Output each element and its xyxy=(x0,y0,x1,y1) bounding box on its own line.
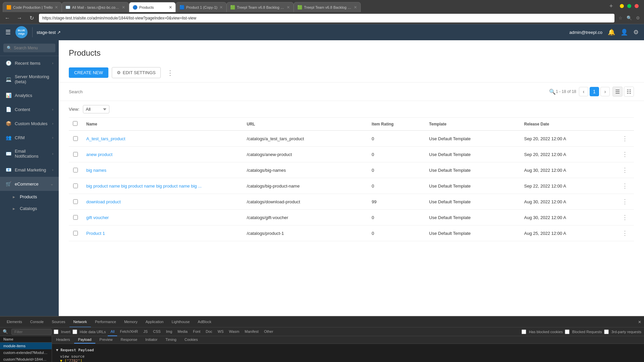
subtab-initiator[interactable]: Initiator xyxy=(141,336,161,344)
row-checkbox-2[interactable] xyxy=(73,168,78,172)
edit-settings-button[interactable]: ⚙ EDIT SETTINGS xyxy=(112,67,161,78)
maximize-button[interactable] xyxy=(627,4,631,8)
type-other[interactable]: Other xyxy=(261,327,276,336)
row-menu-button[interactable]: ⋮ xyxy=(620,166,630,174)
forward-button[interactable]: → xyxy=(15,13,24,23)
settings-icon[interactable]: ⚙ xyxy=(635,15,641,21)
devtools-tab-sources[interactable]: Sources xyxy=(48,317,69,327)
close-button[interactable] xyxy=(635,4,639,8)
tab-close-icon[interactable]: ✕ xyxy=(354,5,357,10)
tab-close-icon[interactable]: ✕ xyxy=(169,5,172,10)
browser-tab-tab3[interactable]: 🔵 Products ✕ xyxy=(129,2,176,12)
devtools-close-icon[interactable]: ✕ xyxy=(638,320,641,324)
devtools-tab-console[interactable]: Console xyxy=(26,317,48,327)
type-img[interactable]: Img xyxy=(163,327,175,336)
devtools-tab-lighthouse[interactable]: Lighthouse xyxy=(167,317,194,327)
hide-data-urls-checkbox[interactable] xyxy=(72,329,77,334)
product-name-link[interactable]: anew product xyxy=(86,152,112,157)
product-name-link[interactable]: big names xyxy=(86,168,106,173)
app-settings-icon[interactable]: ⚙ xyxy=(633,29,639,36)
subtab-response[interactable]: Response xyxy=(116,336,141,344)
more-options-button[interactable]: ⋮ xyxy=(164,67,176,78)
row-menu-button[interactable]: ⋮ xyxy=(620,134,630,143)
subtab-preview[interactable]: Preview xyxy=(95,336,116,344)
sidebar-item-server-monitoring[interactable]: 💻 Server Monitoring (beta) xyxy=(0,70,59,88)
sidebar-item-content[interactable]: 📄 Content › xyxy=(0,102,59,116)
browser-tab-tab1[interactable]: 🟧 Code Production | Trello ✕ xyxy=(3,2,62,12)
minimize-button[interactable] xyxy=(620,4,624,8)
type-all[interactable]: All xyxy=(108,327,117,336)
row-checkbox-3[interactable] xyxy=(73,184,78,188)
hamburger-menu[interactable]: ☰ xyxy=(5,29,11,36)
tab-close-icon[interactable]: ✕ xyxy=(219,5,223,10)
sidebar-item-email-notifications[interactable]: ✉️ Email Notifications › xyxy=(0,145,59,163)
row-menu-button[interactable]: ⋮ xyxy=(620,150,630,159)
sidebar-item-crm[interactable]: 👥 CRM › xyxy=(0,131,59,145)
devtools-tab-memory[interactable]: Memory xyxy=(120,317,142,327)
product-name-link[interactable]: Product 1 xyxy=(86,231,105,236)
devtools-tab-elements[interactable]: Elements xyxy=(3,317,26,327)
has-blocked-cookies-checkbox[interactable] xyxy=(522,329,526,334)
search-input[interactable] xyxy=(69,87,546,96)
row-checkbox-6[interactable] xyxy=(73,231,78,236)
devtools-item-module-items[interactable]: module-items xyxy=(0,343,52,349)
devtools-tab-adblock[interactable]: AdBlock xyxy=(194,317,215,327)
devtools-tab-performance[interactable]: Performance xyxy=(91,317,120,327)
type-wasm[interactable]: Wasm xyxy=(226,327,242,336)
type-css[interactable]: CSS xyxy=(150,327,163,336)
type-js[interactable]: JS xyxy=(141,327,150,336)
devtools-tab-network[interactable]: Network xyxy=(69,317,91,327)
type-fetch-xhr[interactable]: Fetch/XHR xyxy=(117,327,141,336)
payload-view-source-link[interactable]: view source xyxy=(60,354,85,359)
type-manifest[interactable]: Manifest xyxy=(242,327,261,336)
select-all-checkbox[interactable] xyxy=(73,121,78,126)
row-checkbox-4[interactable] xyxy=(73,199,78,204)
search-menu-input[interactable]: 🔍 Search Menu xyxy=(3,44,55,52)
row-checkbox-5[interactable] xyxy=(73,215,78,220)
devtools-tab-application[interactable]: Application xyxy=(142,317,168,327)
page-1-button[interactable]: 1 xyxy=(590,87,599,96)
search-submit-icon[interactable]: 🔍 xyxy=(549,89,556,95)
subtab-payload[interactable]: Payload xyxy=(74,336,96,344)
sidebar-item-recent-items[interactable]: 🕐 Recent Items › xyxy=(0,56,59,70)
type-media[interactable]: Media xyxy=(175,327,190,336)
list-view-button[interactable]: ☰ xyxy=(612,87,623,97)
product-name-link[interactable]: gift voucher xyxy=(86,215,109,220)
browser-tab-tab6[interactable]: 🟩 Treepl Team v6.8 Backlog - Boar... ✕ xyxy=(294,2,361,12)
prev-page-button[interactable]: ‹ xyxy=(579,87,588,96)
user-profile-icon[interactable]: 👤 xyxy=(621,29,628,36)
type-ws[interactable]: WS xyxy=(215,327,227,336)
new-tab-button[interactable]: + xyxy=(606,1,616,11)
row-checkbox-0[interactable] xyxy=(73,136,78,141)
invert-checkbox[interactable] xyxy=(54,329,58,334)
tab-close-icon[interactable]: ✕ xyxy=(287,5,290,10)
view-select[interactable]: All Active Inactive xyxy=(83,105,109,113)
subtab-cookies[interactable]: Cookies xyxy=(181,336,202,344)
browser-tab-tab4[interactable]: 🟦 Product 1 (Copy-1) ✕ xyxy=(176,2,227,12)
browser-tab-tab5[interactable]: 🟩 Treepl Team v6.8 Backlog - Boar... ✕ xyxy=(227,2,294,12)
sidebar-sub-item-products[interactable]: ► Products xyxy=(0,191,59,203)
product-name-link[interactable]: download product xyxy=(86,199,121,204)
bell-icon[interactable]: 🔔 xyxy=(608,29,615,36)
reload-button[interactable]: ↻ xyxy=(27,13,36,23)
subtab-headers[interactable]: Headers xyxy=(52,336,74,344)
payload-view-source[interactable]: view source xyxy=(60,354,640,359)
back-button[interactable]: ← xyxy=(3,13,12,23)
third-party-checkbox[interactable] xyxy=(604,329,609,334)
address-bar[interactable]: https://stage-test.trialsite.co/admin/mo… xyxy=(39,14,614,22)
next-page-button[interactable]: › xyxy=(600,87,610,96)
row-menu-button[interactable]: ⋮ xyxy=(620,213,630,222)
devtools-item-custom-module-id[interactable]: custom?ModuleId=1844&Take=20&Ski... xyxy=(0,356,52,362)
row-menu-button[interactable]: ⋮ xyxy=(620,182,630,190)
sidebar-item-custom-modules[interactable]: 📦 Custom Modules › xyxy=(0,116,59,131)
grid-view-button[interactable]: ☷ xyxy=(624,87,634,97)
devtools-filter-input[interactable] xyxy=(11,329,52,335)
sidebar-sub-item-catalogs[interactable]: ► Catalogs xyxy=(0,203,59,214)
row-menu-button[interactable]: ⋮ xyxy=(620,229,630,238)
sidebar-item-email-marketing[interactable]: 📧 Email Marketing › xyxy=(0,163,59,177)
type-font[interactable]: Font xyxy=(190,327,203,336)
row-checkbox-1[interactable] xyxy=(73,152,78,157)
product-name-link[interactable]: big product name big product name big pr… xyxy=(86,184,202,189)
subtab-timing[interactable]: Timing xyxy=(161,336,181,344)
blocked-requests-checkbox[interactable] xyxy=(565,329,569,334)
